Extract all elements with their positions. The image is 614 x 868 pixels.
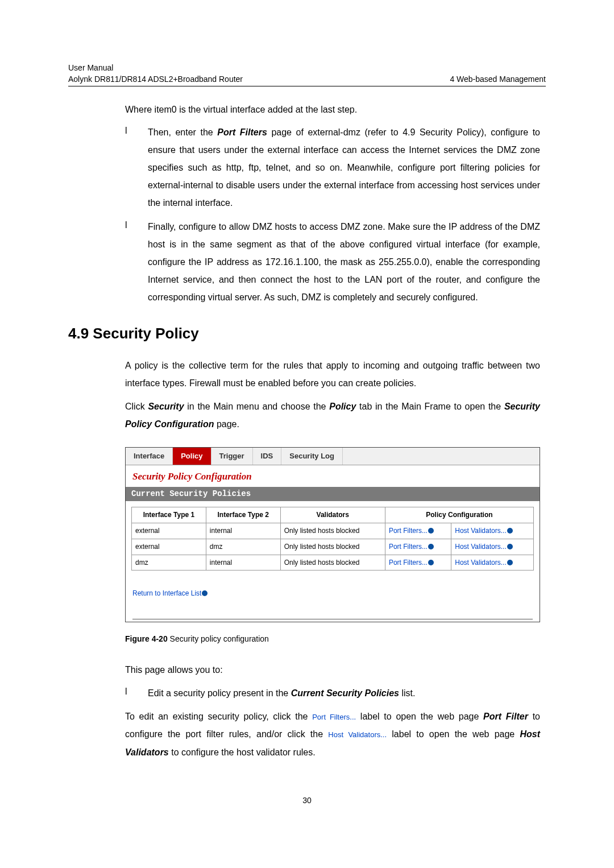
figure-subbar: Current Security Policies [126,487,540,502]
figure-table-wrap: Interface Type 1 Interface Type 2 Valida… [126,501,540,573]
edit-paragraph: To edit an existing security policy, cli… [125,708,540,761]
tab-trigger[interactable]: Trigger [211,448,253,465]
cell-validators: Only listed hosts blocked [280,523,385,539]
figure-footer: Return to Interface List [126,573,540,619]
body-content: Where item0 is the virtual interface add… [68,104,546,306]
tab-policy[interactable]: Policy [173,448,211,465]
cell-host-validators[interactable]: Host Validators... [451,555,534,571]
port-filters-link[interactable]: Port Filters... [389,543,428,551]
port-filters-link[interactable]: Port Filters... [389,559,428,567]
section-para1: A policy is the collective term for the … [125,357,540,392]
arrow-icon [507,544,513,549]
bullet-edit: l Edit a security policy present in the … [125,684,540,702]
bullet-text: Finally, configure to allow DMZ hosts to… [148,218,540,307]
th-iftype2: Interface Type 2 [206,507,280,523]
cell-port-filters[interactable]: Port Filters... [385,539,451,555]
return-interface-list-link[interactable]: Return to Interface List [132,589,208,597]
port-filters-link[interactable]: Port Filters... [389,527,428,535]
bullet-text: Edit a security policy present in the Cu… [148,684,540,702]
arrow-icon [428,544,434,549]
cell-validators: Only listed hosts blocked [280,555,385,571]
header-line2: Aolynk DR811/DR814 ADSL2+Broadband Route… [68,74,243,85]
para2-g: page. [214,419,239,429]
edit-b: label to open the web page [356,712,483,721]
bullet-text: Then, enter the Port Filters page of ext… [148,123,540,212]
section-body: A policy is the collective term for the … [68,357,546,761]
bullet-marker: l [125,684,148,702]
edit-g: to configure the host validator rules. [169,747,316,757]
edit-c: Port Filter [483,712,528,721]
th-validators: Validators [280,507,385,523]
arrow-icon [202,590,208,596]
para2-d: Policy [329,402,356,411]
bullet-marker: l [125,218,148,307]
port-filters-inline-link[interactable]: Port Filters... [312,713,356,721]
header-left: User Manual Aolynk DR811/DR814 ADSL2+Bro… [68,63,243,85]
bullet1-rest: page of external-dmz (refer to 4.9 Secur… [148,127,540,208]
host-validators-link[interactable]: Host Validators... [455,559,506,567]
cell-host-validators[interactable]: Host Validators... [451,539,534,555]
host-validators-inline-link[interactable]: Host Validators... [328,730,387,739]
intro-line: Where item0 is the virtual interface add… [125,104,540,116]
para2-a: Click [125,402,148,411]
tab-ids[interactable]: IDS [253,448,282,465]
after-bullet-c: list. [399,688,415,698]
bullet-2: l Finally, configure to allow DMZ hosts … [125,218,540,307]
tab-interface[interactable]: Interface [126,448,173,465]
edit-a: To edit an existing security policy, cli… [125,712,312,721]
figure-title: Security Policy Configuration [126,465,540,487]
edit-e: label to open the web page [387,729,520,739]
para2-c: in the Main menu and choose the [184,402,330,411]
page-header: User Manual Aolynk DR811/DR814 ADSL2+Bro… [68,63,546,86]
policies-table: Interface Type 1 Interface Type 2 Valida… [131,507,534,571]
table-row: dmz internal Only listed hosts blocked P… [132,555,534,571]
cell-iftype2: internal [206,555,280,571]
cell-validators: Only listed hosts blocked [280,539,385,555]
cell-iftype2: internal [206,523,280,539]
figure-divider [132,619,533,619]
th-iftype1: Interface Type 1 [132,507,206,523]
para2-b: Security [148,402,184,411]
table-row: external internal Only listed hosts bloc… [132,523,534,539]
arrow-icon [507,528,513,534]
tab-security-log[interactable]: Security Log [281,448,343,465]
bullet-marker: l [125,123,148,212]
cell-iftype1: external [132,523,206,539]
figure-tabs: Interface Policy Trigger IDS Security Lo… [126,448,540,465]
figure-caption-text: Security policy configuration [168,634,269,643]
cell-iftype1: dmz [132,555,206,571]
bullet-1: l Then, enter the Port Filters page of e… [125,123,540,212]
after-bullet-b: Current Security Policies [291,688,399,698]
th-policyconfig: Policy Configuration [385,507,533,523]
header-line1: User Manual [68,63,243,74]
figure-caption-number: Figure 4-20 [125,634,168,643]
cell-host-validators[interactable]: Host Validators... [451,523,534,539]
bullet1-prefix: Then, enter the [148,127,217,137]
section-para2: Click Security in the Main menu and choo… [125,398,540,433]
para2-e: tab in the Main Frame to open the [356,402,504,411]
table-row: external dmz Only listed hosts blocked P… [132,539,534,555]
arrow-icon [428,528,434,534]
arrow-icon [428,560,434,565]
host-validators-link[interactable]: Host Validators... [455,527,506,535]
return-link-text: Return to Interface List [132,589,201,597]
page-number: 30 [68,795,546,807]
figure-caption: Figure 4-20 Security policy configuratio… [125,634,540,645]
cell-port-filters[interactable]: Port Filters... [385,523,451,539]
header-right: 4 Web-based Management [450,74,546,85]
after-fig-line: This page allows you to: [125,661,540,679]
after-bullet-a: Edit a security policy present in the [148,688,291,698]
section-heading: 4.9 Security Policy [68,323,546,344]
cell-port-filters[interactable]: Port Filters... [385,555,451,571]
bullet1-bold: Port Filters [217,127,267,137]
cell-iftype1: external [132,539,206,555]
host-validators-link[interactable]: Host Validators... [455,543,506,551]
figure-security-policy: Interface Policy Trigger IDS Security Lo… [125,447,540,623]
arrow-icon [507,560,513,565]
table-header-row: Interface Type 1 Interface Type 2 Valida… [132,507,534,523]
cell-iftype2: dmz [206,539,280,555]
